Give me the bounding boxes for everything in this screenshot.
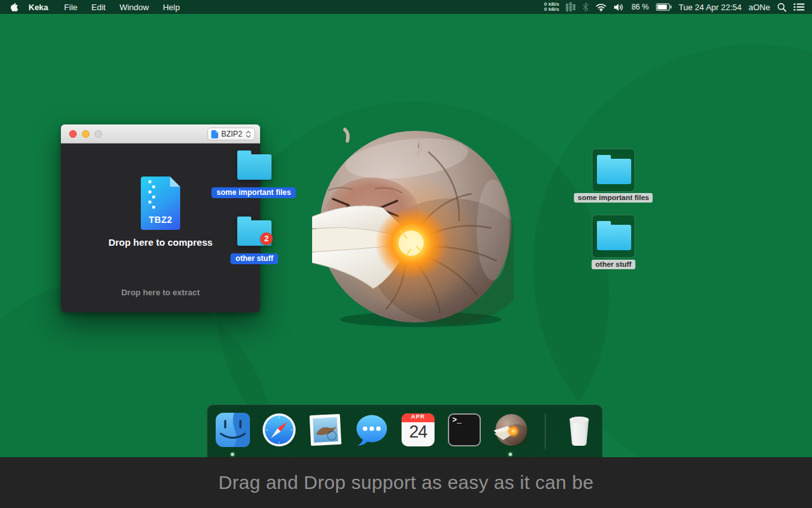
menubar-user[interactable]: aONe	[749, 3, 770, 12]
folder-icon	[597, 155, 631, 184]
traffic-light-close[interactable]	[69, 130, 77, 138]
caption-band: Drag and Drop support as easy as it can …	[0, 457, 812, 508]
dock-keka-icon[interactable]	[493, 412, 528, 448]
bluetooth-icon[interactable]	[582, 3, 589, 11]
menu-window[interactable]: Window	[112, 3, 155, 12]
format-value: BZIP2	[221, 130, 242, 138]
traffic-light-zoom[interactable]	[95, 130, 102, 138]
dock-mail-icon[interactable]	[308, 412, 343, 448]
dock-calendar-icon[interactable]: APR 24	[400, 412, 436, 448]
dock-finder-icon[interactable]	[215, 412, 251, 448]
dock-safari-icon[interactable]	[261, 412, 297, 448]
network-speed-indicator[interactable]: 0 kB/s 0 kB/s	[544, 2, 560, 13]
stepper-chevrons-icon	[246, 130, 251, 138]
keka-window: BZIP2 TBZ2 Drop here to compress	[61, 124, 260, 312]
menu-app-name[interactable]: Keka	[25, 3, 57, 12]
traffic-light-minimize[interactable]	[82, 130, 89, 138]
dock-messages-icon[interactable]	[354, 412, 390, 448]
file-type-label: TBZ2	[141, 215, 180, 225]
notification-center-icon[interactable]	[794, 3, 804, 11]
folder-icon	[237, 150, 272, 180]
menu-edit[interactable]: Edit	[84, 3, 112, 12]
calendar-month-label: APR	[400, 413, 436, 420]
compress-label: Drop here to compress	[61, 237, 260, 248]
caption-text: Drag and Drop support as easy as it can …	[218, 472, 593, 493]
folder-icon	[597, 221, 631, 250]
volume-icon[interactable]	[613, 3, 624, 11]
drag-count-badge: 2	[260, 232, 273, 245]
keka-running-indicator	[509, 453, 512, 456]
terminal-prompt-glyph: >_	[452, 416, 461, 425]
wifi-icon[interactable]	[596, 3, 606, 11]
tbz2-file-icon: TBZ2	[141, 177, 180, 230]
file-doc-icon	[211, 130, 218, 138]
folded-corner	[170, 177, 180, 187]
battery-icon[interactable]	[656, 3, 672, 11]
battery-percent-label: 86 %	[631, 3, 648, 11]
apple-icon	[10, 3, 18, 12]
dock-trash-icon[interactable]	[561, 412, 597, 448]
dragged-folder-label: other stuff	[230, 253, 278, 264]
desktop-icon-label[interactable]: some important files	[574, 193, 653, 203]
desktop-icon-label[interactable]: other stuff	[592, 260, 636, 269]
net-down-label: 0 kB/s	[544, 7, 560, 13]
apple-menu[interactable]	[0, 3, 25, 12]
calendar-day-label: 24	[400, 422, 436, 442]
menubar-clock[interactable]: Tue 24 Apr 22:54	[679, 3, 742, 12]
window-body: TBZ2 Drop here to compress Drop here to …	[61, 144, 260, 312]
dock-terminal-icon[interactable]: >_	[447, 412, 482, 448]
format-selector[interactable]: BZIP2	[207, 128, 255, 140]
menu-help[interactable]: Help	[156, 3, 187, 12]
zipper-dots	[148, 180, 156, 212]
dock: APR 24 >_	[207, 404, 603, 457]
menu-file[interactable]: File	[57, 3, 84, 12]
dock-separator	[545, 413, 546, 449]
menu-bar: Keka File Edit Window Help 0 kB/s 0 kB/s	[0, 0, 812, 14]
desktop-icon-some-important-files[interactable]	[592, 149, 635, 192]
network-meter-icon[interactable]	[566, 3, 575, 12]
window-titlebar[interactable]: BZIP2	[61, 124, 260, 144]
desktop-icon-other-stuff[interactable]	[592, 215, 635, 258]
spotlight-icon[interactable]	[777, 3, 787, 12]
keka-mascot-illustration	[312, 126, 514, 328]
dragged-folder-label: some important files	[211, 187, 296, 198]
finder-running-indicator	[231, 453, 234, 456]
extract-label: Drop here to extract	[61, 288, 260, 297]
